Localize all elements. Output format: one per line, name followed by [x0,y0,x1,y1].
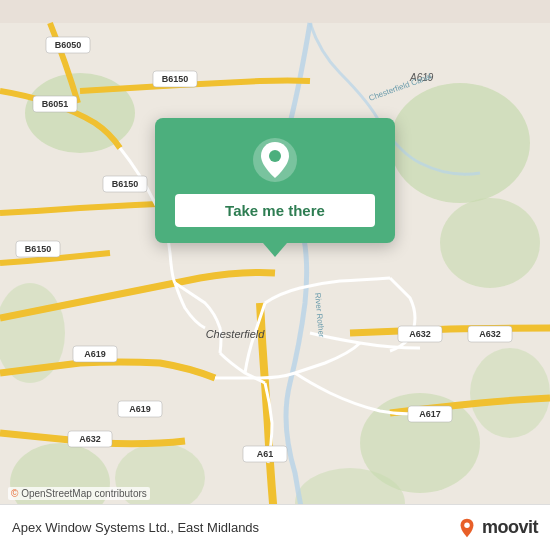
svg-text:A617: A617 [419,409,441,419]
svg-point-6 [115,443,205,513]
location-pin-icon [251,136,299,184]
svg-text:B6051: B6051 [42,99,69,109]
take-me-there-button[interactable]: Take me there [175,194,375,227]
svg-text:B6150: B6150 [112,179,139,189]
svg-point-9 [470,348,550,438]
moovit-text: moovit [482,517,538,538]
location-name: Apex Window Systems Ltd., East Midlands [12,520,259,535]
svg-point-3 [440,198,540,288]
svg-text:B6150: B6150 [25,244,52,254]
map-background: B6050 B6051 B6150 B6150 B6150 A619 A619 … [0,0,550,550]
moovit-icon [456,517,478,539]
svg-text:Chesterfield: Chesterfield [206,328,266,340]
osm-credit-symbol: © [11,488,18,499]
bottom-bar: Apex Window Systems Ltd., East Midlands … [0,504,550,550]
osm-credit-text: OpenStreetMap contributors [21,488,147,499]
moovit-logo: moovit [456,517,538,539]
osm-credit: © OpenStreetMap contributors [8,487,150,500]
location-card: Take me there [155,118,395,243]
svg-text:B6150: B6150 [162,74,189,84]
svg-point-42 [464,522,470,528]
svg-point-41 [269,150,281,162]
svg-text:A61: A61 [257,449,274,459]
map-container: B6050 B6051 B6150 B6150 B6150 A619 A619 … [0,0,550,550]
svg-text:B6050: B6050 [55,40,82,50]
svg-text:A632: A632 [479,329,501,339]
svg-point-2 [390,83,530,203]
svg-text:A632: A632 [79,434,101,444]
svg-text:A619: A619 [84,349,106,359]
svg-text:A632: A632 [409,329,431,339]
svg-text:A619: A619 [129,404,151,414]
